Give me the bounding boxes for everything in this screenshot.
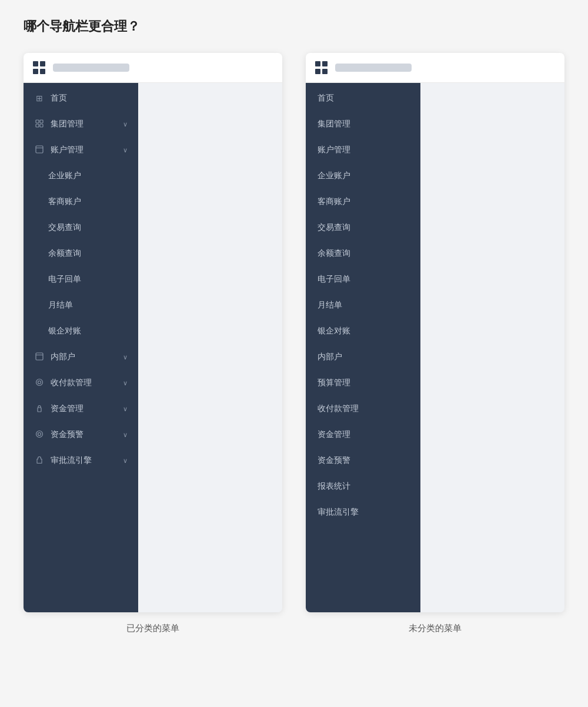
balance-query-label: 余额查询 (48, 248, 81, 259)
e-receipt-label: 电子回单 (48, 274, 81, 285)
right-fund-label: 资金管理 (318, 429, 350, 440)
svg-point-12 (38, 432, 41, 435)
svg-rect-3 (40, 124, 43, 127)
sidebar-item-alert-label: 资金预警 (51, 429, 83, 440)
sidebar-item-client-account[interactable]: 客商账户 (24, 189, 138, 215)
right-sidebar-item-account[interactable]: 账户管理 (306, 137, 420, 163)
right-monthly-bill-label: 月结单 (318, 300, 342, 311)
right-sidebar-item-monthly-bill[interactable]: 月结单 (306, 292, 420, 318)
sidebar-item-group[interactable]: 集团管理 ∨ (24, 111, 138, 137)
right-nav-header (306, 53, 564, 83)
svg-rect-1 (40, 120, 43, 123)
right-sidebar-item-budget[interactable]: 预算管理 (306, 370, 420, 396)
svg-point-9 (38, 381, 41, 383)
right-sidebar-item-fund[interactable]: 资金管理 (306, 422, 420, 448)
sidebar-item-home[interactable]: ⊞ 首页 (24, 85, 138, 111)
right-sidebar-item-alert[interactable]: 资金预警 (306, 448, 420, 473)
right-logo-square-2 (322, 61, 328, 66)
svg-rect-10 (38, 408, 41, 412)
right-logo (315, 61, 328, 74)
right-sidebar-item-corp-account[interactable]: 企业账户 (306, 163, 420, 189)
svg-point-8 (36, 379, 43, 385)
logo-square-1 (33, 61, 38, 66)
sidebar-item-bank-reconcile[interactable]: 银企对账 (24, 318, 138, 344)
right-corp-account-label: 企业账户 (318, 171, 350, 181)
account-icon (34, 145, 45, 155)
right-account-label: 账户管理 (318, 145, 350, 155)
sidebar-item-approval-label: 审批流引擎 (51, 455, 92, 466)
sidebar-item-fund[interactable]: 资金管理 ∨ (24, 396, 138, 422)
logo-square-4 (40, 69, 45, 74)
sidebar-item-e-receipt[interactable]: 电子回单 (24, 266, 138, 292)
sidebar-item-payment[interactable]: 收付款管理 ∨ (24, 370, 138, 396)
right-report-label: 报表统计 (318, 481, 350, 492)
account-chevron-icon: ∨ (123, 146, 128, 154)
right-sidebar-item-balance-query[interactable]: 余额查询 (306, 241, 420, 266)
sidebar-item-fund-label: 资金管理 (51, 403, 83, 414)
trade-query-label: 交易查询 (48, 222, 81, 233)
right-bank-reconcile-label: 银企对账 (318, 326, 350, 336)
logo-square-3 (33, 69, 38, 74)
sidebar-item-balance-query[interactable]: 余额查询 (24, 241, 138, 266)
right-sidebar-item-internal[interactable]: 内部户 (306, 344, 420, 370)
right-sidebar-item-home[interactable]: 首页 (306, 85, 420, 111)
group-icon (34, 119, 45, 129)
sidebar-item-internal[interactable]: 内部户 ∨ (24, 344, 138, 370)
approval-chevron-icon: ∨ (123, 457, 128, 465)
svg-rect-4 (36, 146, 43, 153)
svg-rect-6 (36, 353, 43, 360)
sidebar-item-monthly-bill[interactable]: 月结单 (24, 292, 138, 318)
left-caption: 已分类的菜单 (24, 623, 282, 634)
svg-rect-0 (36, 120, 39, 123)
sidebar-item-approval[interactable]: 审批流引擎 ∨ (24, 448, 138, 473)
sidebar-item-trade-query[interactable]: 交易查询 (24, 215, 138, 241)
right-sidebar-item-e-receipt[interactable]: 电子回单 (306, 266, 420, 292)
sidebar-item-internal-label: 内部户 (51, 352, 75, 362)
bank-reconcile-label: 银企对账 (48, 326, 81, 336)
left-nav-body: ⊞ 首页 集团管理 (24, 83, 282, 612)
right-balance-query-label: 余额查询 (318, 248, 350, 259)
svg-point-11 (36, 431, 43, 437)
sidebar-item-alert[interactable]: 资金预警 ∨ (24, 422, 138, 448)
right-header-bar (335, 64, 412, 72)
payment-icon (34, 378, 45, 388)
left-sidebar: ⊞ 首页 集团管理 (24, 83, 138, 612)
right-logo-square-1 (315, 61, 320, 66)
sidebar-item-home-label: 首页 (51, 93, 67, 104)
right-client-account-label: 客商账户 (318, 196, 350, 207)
right-payment-label: 收付款管理 (318, 403, 359, 414)
left-demo: ⊞ 首页 集团管理 (24, 53, 282, 634)
right-sidebar: 首页 集团管理 账户管理 企业账户 客商账户 交易查询 (306, 83, 420, 612)
right-home-label: 首页 (318, 93, 334, 104)
right-demo: 首页 集团管理 账户管理 企业账户 客商账户 交易查询 (306, 53, 564, 634)
right-budget-label: 预算管理 (318, 378, 350, 388)
alert-icon (34, 430, 45, 440)
right-sidebar-item-payment[interactable]: 收付款管理 (306, 396, 420, 422)
payment-chevron-icon: ∨ (123, 379, 128, 387)
left-main-content (138, 83, 282, 612)
right-nav-demo: 首页 集团管理 账户管理 企业账户 客商账户 交易查询 (306, 53, 564, 612)
fund-chevron-icon: ∨ (123, 405, 128, 413)
svg-rect-2 (36, 124, 39, 127)
right-sidebar-item-bank-reconcile[interactable]: 银企对账 (306, 318, 420, 344)
left-logo (33, 61, 46, 74)
right-sidebar-item-group[interactable]: 集团管理 (306, 111, 420, 137)
right-internal-label: 内部户 (318, 352, 342, 362)
left-header-bar (53, 64, 129, 72)
sidebar-item-account[interactable]: 账户管理 ∨ (24, 137, 138, 163)
right-trade-query-label: 交易查询 (318, 222, 350, 233)
alert-chevron-icon: ∨ (123, 431, 128, 439)
right-main-content (420, 83, 564, 612)
sidebar-item-corp-account[interactable]: 企业账户 (24, 163, 138, 189)
sidebar-item-account-label: 账户管理 (51, 145, 83, 155)
right-sidebar-item-client-account[interactable]: 客商账户 (306, 189, 420, 215)
right-sidebar-item-approval[interactable]: 审批流引擎 (306, 499, 420, 525)
right-group-label: 集团管理 (318, 119, 350, 129)
right-sidebar-item-report[interactable]: 报表统计 (306, 473, 420, 499)
right-logo-square-3 (315, 69, 320, 74)
right-sidebar-item-trade-query[interactable]: 交易查询 (306, 215, 420, 241)
comparison-container: ⊞ 首页 集团管理 (24, 53, 564, 634)
page-title: 哪个导航栏更合理？ (24, 18, 564, 35)
right-caption: 未分类的菜单 (306, 623, 564, 634)
sidebar-item-group-label: 集团管理 (51, 119, 83, 129)
